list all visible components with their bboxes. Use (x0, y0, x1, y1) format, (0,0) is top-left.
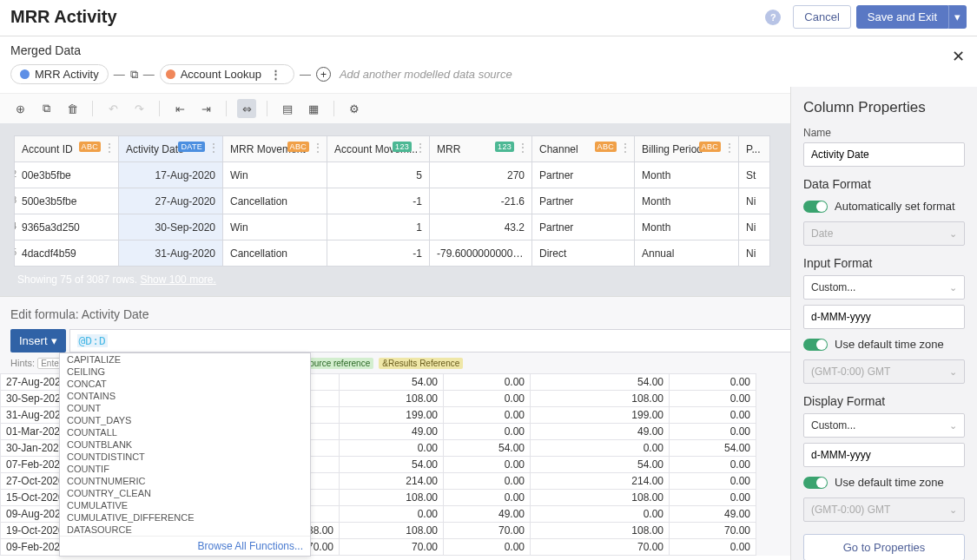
kebab-icon[interactable]: ⋮ (415, 142, 426, 154)
col-mrr-movement[interactable]: MRR Movement ABC ⋮ (223, 136, 327, 162)
autocomplete-item[interactable]: COUNT (60, 402, 310, 414)
datasource-pill-mrr-activity[interactable]: MRR Activity (10, 64, 109, 84)
kebab-icon[interactable]: ⋮ (267, 68, 285, 81)
kebab-icon[interactable]: ⋮ (724, 142, 735, 154)
data-format-heading: Data Format (803, 177, 965, 191)
dash-icon: — (143, 68, 155, 81)
type-abc-icon: ABC (79, 142, 101, 152)
column-properties-panel: Column Properties Name Data Format Autom… (790, 87, 977, 560)
insert-left-icon[interactable]: ⇤ (170, 99, 189, 118)
dot-icon-orange (166, 69, 175, 79)
autocomplete-dropdown[interactable]: CAPITALIZECEILINGCONCATCONTAINSCOUNTCOUN… (59, 352, 311, 557)
chevron-down-icon: ⌄ (949, 366, 957, 378)
type-num-icon: 123 (495, 142, 514, 152)
autocomplete-item[interactable]: CUMULATIVE (60, 499, 310, 511)
settings-icon[interactable]: ⚙︎ (345, 99, 364, 118)
datasource-pill-account-lookup[interactable]: Account Lookup ⋮ (160, 64, 294, 84)
add-icon[interactable]: ⊕ (10, 99, 30, 118)
col-more[interactable]: P... (739, 136, 770, 162)
table-row[interactable]: 54dacdf4b59 31-Aug-2020 Cancellation -1 … (15, 240, 770, 267)
type-abc-icon: ABC (699, 142, 721, 152)
table-view1-icon[interactable]: ▤ (278, 99, 297, 118)
datasource-label: Account Lookup (181, 68, 261, 81)
copy-icon[interactable]: ⧉ (36, 99, 56, 118)
type-abc-icon: ABC (595, 142, 617, 152)
col-mrr[interactable]: MRR 123 ⋮ (430, 136, 532, 162)
chevron-down-icon: ⌄ (949, 504, 957, 516)
table-row[interactable]: 49365a3d250 30-Sep-2020 Win 1 43.2 Partn… (15, 214, 770, 240)
chevron-down-icon: ⌄ (949, 282, 957, 293)
col-billing-period[interactable]: Billing Period ABC ⋮ (635, 136, 739, 162)
kebab-icon[interactable]: ⋮ (104, 142, 115, 154)
view-mode-icon[interactable]: ⇔ (237, 99, 256, 118)
go-to-properties-button[interactable]: Go to Properties (803, 534, 965, 560)
insert-button[interactable]: Insert ▾ (10, 329, 66, 352)
display-format-select[interactable]: Custom...⌄ (803, 413, 965, 438)
chevron-down-icon: ⌄ (949, 420, 957, 432)
table-row[interactable]: 3500e3b5fbe 27-Aug-2020 Cancellation -1 … (15, 188, 770, 214)
kebab-icon[interactable]: ⋮ (313, 142, 323, 154)
col-account-id[interactable]: Account ID ABC ⋮ (15, 136, 119, 162)
input-format-pattern[interactable] (803, 305, 965, 329)
insert-right-icon[interactable]: ⇥ (196, 99, 215, 118)
close-icon[interactable]: ✕ (952, 47, 965, 66)
data-grid[interactable]: Account ID ABC ⋮ Activity Date DATE ⋮ MR… (14, 135, 770, 267)
autocomplete-item[interactable]: COUNTDISTINCT (60, 451, 310, 463)
autocomplete-item[interactable]: CONCAT (60, 378, 310, 390)
type-date-icon: DATE (178, 142, 205, 152)
help-icon[interactable]: ? (765, 10, 781, 25)
chevron-down-icon: ⌄ (949, 228, 957, 240)
type-abc-icon: ABC (287, 142, 309, 152)
autocomplete-item[interactable]: COUNTALL (60, 426, 310, 438)
add-source-hint: Add another modelled data source (340, 68, 512, 81)
browse-all-functions-link[interactable]: Browse All Functions... (60, 536, 310, 556)
table-row[interactable]: 200e3b5fbe 17-Aug-2020 Win 5 270 Partner… (15, 162, 770, 188)
input-tz-toggle[interactable] (803, 339, 828, 351)
autocomplete-item[interactable]: CUMULATIVE_DIFFERENCE (60, 511, 310, 524)
display-tz-label: Use default time zone (835, 476, 944, 489)
autocomplete-item[interactable]: COUNTNUMERIC (60, 475, 310, 487)
formula-input[interactable]: @D:D (69, 329, 911, 352)
cancel-button[interactable]: Cancel (793, 5, 850, 29)
display-tz-select[interactable]: (GMT-0:00) GMT⌄ (803, 497, 965, 522)
input-tz-label: Use default time zone (835, 338, 944, 351)
page-title: MRR Activity (10, 7, 765, 27)
link-icon[interactable]: ⧉ (130, 68, 138, 82)
delete-icon[interactable]: 🗑︎ (63, 99, 82, 118)
chevron-down-icon: ▾ (51, 334, 57, 347)
autocomplete-item[interactable]: CAPITALIZE (60, 353, 310, 366)
autocomplete-item[interactable]: COUNTIF (60, 463, 310, 475)
autocomplete-item[interactable]: CONTAINS (60, 390, 310, 402)
autocomplete-item[interactable]: COUNT_DAYS (60, 414, 310, 426)
autocomplete-item[interactable]: DATASOURCE (60, 524, 310, 536)
input-tz-select[interactable]: (GMT-0:00) GMT⌄ (803, 359, 965, 384)
show-more-link[interactable]: Show 100 more. (140, 273, 215, 286)
display-format-pattern[interactable] (803, 443, 965, 467)
label-name: Name (803, 127, 965, 139)
panel-title: Column Properties (803, 99, 965, 116)
type-select[interactable]: Date⌄ (803, 221, 965, 246)
kebab-icon[interactable]: ⋮ (208, 142, 219, 154)
column-name-input[interactable] (803, 142, 965, 167)
add-source-icon[interactable]: + (316, 67, 331, 82)
save-and-exit-button[interactable]: Save and Exit (856, 5, 948, 29)
kebab-icon[interactable]: ⋮ (518, 142, 528, 154)
autocomplete-item[interactable]: COUNTRY_CLEAN (60, 487, 310, 499)
col-account-movement[interactable]: Account Movem... 123 ⋮ (327, 136, 430, 162)
kebab-icon[interactable]: ⋮ (620, 142, 630, 154)
display-format-heading: Display Format (803, 394, 965, 408)
redo-icon[interactable]: ↷ (129, 99, 149, 118)
autocomplete-item[interactable]: COUNTBLANK (60, 438, 310, 451)
dash-icon: — (114, 68, 125, 81)
undo-icon[interactable]: ↶ (103, 99, 122, 118)
col-activity-date[interactable]: Activity Date DATE ⋮ (119, 136, 223, 162)
table-view2-icon[interactable]: ▦ (304, 99, 323, 118)
auto-format-toggle[interactable] (803, 201, 828, 213)
input-format-heading: Input Format (803, 256, 965, 270)
type-num-icon: 123 (393, 142, 412, 152)
col-channel[interactable]: Channel ABC ⋮ (532, 136, 635, 162)
input-format-select[interactable]: Custom...⌄ (803, 275, 965, 300)
display-tz-toggle[interactable] (803, 477, 828, 489)
autocomplete-item[interactable]: CEILING (60, 366, 310, 378)
save-menu-caret[interactable]: ▾ (948, 5, 967, 29)
